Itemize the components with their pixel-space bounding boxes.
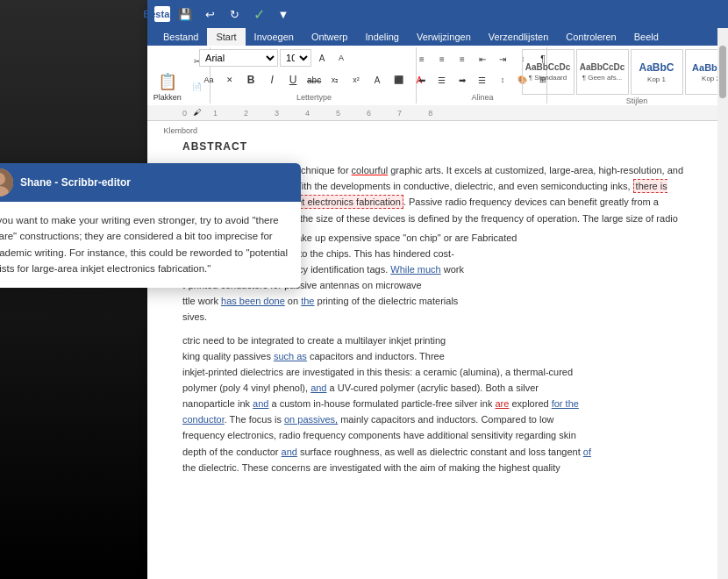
font-format-row: Aa ✕ B I U abc x₂ x² A ⬛ A [199,70,429,89]
editor-avatar [0,168,13,197]
font-name-select[interactable]: Arial [199,49,278,67]
styles-panel: AaBbCcDc ¶ Standaard AaBbCcDc ¶ Geen afs… [522,49,729,95]
tracked-for-conductor: for theconductor [182,398,579,425]
tracked-of: of [583,447,591,457]
style-kop1-preview: AaBbC [639,61,674,74]
style-geen-preview: AaBbCcDc [580,62,625,72]
tab-invoegen[interactable]: Invoegen [246,28,303,46]
font-color-button[interactable]: A [368,70,387,89]
tab-start[interactable]: Start [207,28,245,46]
increase-indent-button[interactable]: ⇥ [493,49,512,68]
scrollbar-thumb[interactable] [719,46,726,98]
align-center-button[interactable]: ☰ [432,70,452,89]
tab-verwijzingen[interactable]: Verwijzingen [408,28,480,46]
word-icon: Bestand [154,6,170,22]
tracked-while-much: While much [390,264,440,275]
tracked-on-passives: on passives, [284,414,338,425]
stijlen-label: Stijlen [626,95,648,105]
undo-button[interactable]: ↩ [200,4,219,24]
bold-button[interactable]: B [241,70,261,89]
left-sidebar [0,0,147,579]
annotation-body: If you want to make your writing even st… [0,202,301,288]
ruler: 0 1 2 3 4 5 6 7 8 [147,105,728,121]
underline-button[interactable]: U [283,70,303,89]
title-bar: Bestand 💾 ↩ ↻ ✓ ▼ [147,0,728,28]
tracked-such-as: such as [274,351,307,361]
check-button[interactable]: ✓ [249,4,268,24]
annotation-author: Shane - Scribbr-editor [20,176,131,189]
style-geen[interactable]: AaBbCcDc ¶ Geen afs... [576,49,629,95]
font-name-row: Arial 10 A A [199,49,350,67]
font-controls: Arial 10 A A Aa ✕ B I U abc x₂ x² [199,49,429,91]
more-button[interactable]: ▼ [274,4,293,24]
tracked-and1: and [310,382,326,393]
tab-indeling[interactable]: Indeling [356,28,408,46]
style-geen-label: ¶ Geen afs... [582,74,623,82]
tracked-are: are [495,398,509,409]
annotation-header: Shane - Scribbr-editor [0,163,301,202]
alinea-label: Alinea [471,91,493,102]
styles-content: AaBbCcDc ¶ Standaard AaBbCcDc ¶ Geen afs… [522,49,729,95]
tracked-has-been-done: has been done [221,296,285,306]
align-right-button[interactable]: ➡ [453,70,472,89]
numbered-list-button[interactable]: ≡ [432,49,452,68]
line-spacing-button[interactable]: ↕ [493,70,512,89]
tab-beeld[interactable]: Beeld [625,28,667,46]
highlight-button[interactable]: ⬛ [389,70,408,89]
format-aa-button[interactable]: Aa [199,70,218,89]
style-standaard[interactable]: AaBbCcDc ¶ Standaard [522,49,575,95]
stijlen-group: AaBbCcDc ¶ Standaard AaBbCcDc ¶ Geen afs… [549,47,724,104]
save-button[interactable]: 💾 [175,4,195,24]
clear-format-button[interactable]: ✕ [220,70,239,89]
tab-ontwerp[interactable]: Ontwerp [303,28,357,46]
lettertype-label: Lettertype [296,91,332,102]
tracked-or-fabricated: or are Fabricated [444,232,517,243]
strikethrough-button[interactable]: abc [304,70,324,89]
bullet-list-button[interactable]: ≡ [412,49,432,68]
style-standaard-preview: AaBbCcDc [525,62,571,72]
tracked-and3: and [282,447,297,457]
ribbon-content: 📋 Plakken ✂ 📄 🖌 Klembord Arial [147,46,728,105]
paste-button[interactable]: 📋 Plakken [152,64,183,110]
redo-button[interactable]: ↻ [225,4,244,24]
word-window: Bestand 💾 ↩ ↻ ✓ ▼ Bestand Start Invoegen… [147,0,728,579]
subscript-button[interactable]: x₂ [325,70,345,89]
font-size-select[interactable]: 10 [280,49,311,67]
font-shrink-button[interactable]: A [332,49,350,67]
annotation-box: Shane - Scribbr-editor If you want to ma… [0,163,301,288]
italic-button[interactable]: I [262,70,282,89]
tab-bestand[interactable]: Bestand [154,28,207,46]
tracked-colourful: colourful [352,165,389,175]
multilevel-list-button[interactable]: ≡ [453,49,472,68]
font-grow-button[interactable]: A [313,49,331,67]
style-kop1-label: Kop 1 [647,75,666,83]
decrease-indent-button[interactable]: ⇤ [473,49,492,68]
tab-verzendlijsten[interactable]: Verzendlijsten [480,28,558,46]
lettertype-group: Arial 10 A A Aa ✕ B I U abc x₂ x² [212,47,417,104]
style-kop1[interactable]: AaBbC Kop 1 [631,49,683,95]
superscript-button[interactable]: x² [346,70,366,89]
tracked-the: the [301,296,314,306]
document-area: Shane - Scribbr-editor If you want to ma… [147,121,728,579]
align-left-button[interactable]: ⬅ [412,70,432,89]
document-text-3: ctric need to be integrated to create a … [182,332,693,475]
tab-controleren[interactable]: Controleren [557,28,625,46]
ribbon-tabs: Bestand Start Invoegen Ontwerp Indeling … [147,28,728,46]
justify-button[interactable]: ☰ [473,70,492,89]
style-standaard-label: ¶ Standaard [529,74,567,82]
scrollbar[interactable] [717,28,728,579]
tracked-and2: and [253,398,268,409]
abstract-title: ABSTRACT [182,139,693,155]
